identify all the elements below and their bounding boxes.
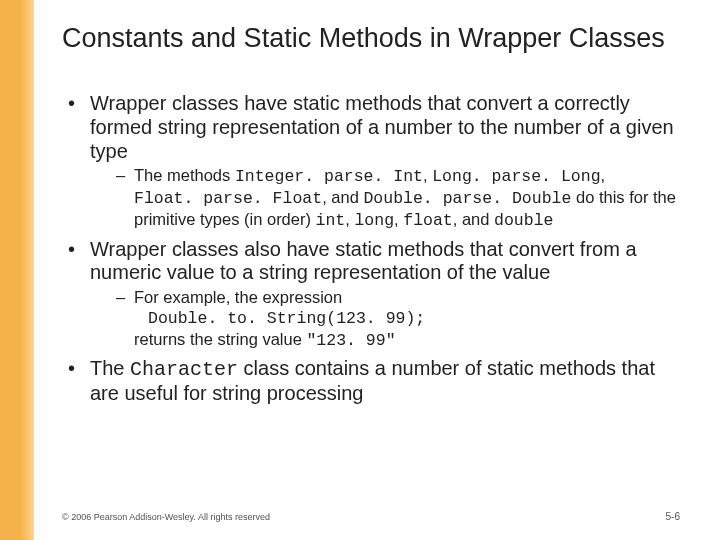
- t: ,: [601, 166, 606, 184]
- t: The: [90, 357, 130, 379]
- code-integer-parseint: Integer. parse. Int: [235, 167, 423, 186]
- code-double-parsedouble: Double. parse. Double: [363, 189, 571, 208]
- code-float-parsefloat: Float. parse. Float: [134, 189, 322, 208]
- slide-title: Constants and Static Methods in Wrapper …: [62, 22, 680, 54]
- bullet-2: Wrapper classes also have static methods…: [62, 238, 680, 352]
- code-character: Character: [130, 358, 238, 381]
- copyright: © 2006 Pearson Addison-Wesley. All right…: [62, 512, 270, 522]
- bullet-1-sub: The methods Integer. parse. Int, Long. p…: [90, 165, 680, 231]
- bullet-3: The Character class contains a number of…: [62, 357, 680, 405]
- code-long: long: [354, 211, 394, 230]
- t: ,: [394, 210, 403, 228]
- bullet-2-sub-1: For example, the expression Double. to. …: [90, 287, 680, 351]
- t: , and: [453, 210, 494, 228]
- t: ,: [423, 166, 432, 184]
- bullet-list: Wrapper classes have static methods that…: [62, 92, 680, 405]
- t: , and: [322, 188, 363, 206]
- t: For example, the expression: [134, 288, 342, 306]
- code-float: float: [403, 211, 453, 230]
- code-double-tostring: Double. to. String(123. 99);: [134, 309, 425, 329]
- slide-content: Constants and Static Methods in Wrapper …: [62, 22, 680, 409]
- accent-band: [0, 0, 34, 540]
- bullet-2-text: Wrapper classes also have static methods…: [90, 238, 637, 284]
- code-double: double: [494, 211, 553, 230]
- t: returns the string value: [134, 330, 306, 348]
- bullet-2-sub: For example, the expression Double. to. …: [90, 287, 680, 351]
- page-number: 5-6: [666, 511, 680, 522]
- bullet-1-text: Wrapper classes have static methods that…: [90, 92, 674, 161]
- bullet-1-sub-1: The methods Integer. parse. Int, Long. p…: [90, 165, 680, 231]
- code-int: int: [316, 211, 346, 230]
- code-string-literal: "123. 99": [306, 331, 395, 350]
- code-long-parselong: Long. parse. Long: [432, 167, 600, 186]
- bullet-1: Wrapper classes have static methods that…: [62, 92, 680, 231]
- t: The methods: [134, 166, 235, 184]
